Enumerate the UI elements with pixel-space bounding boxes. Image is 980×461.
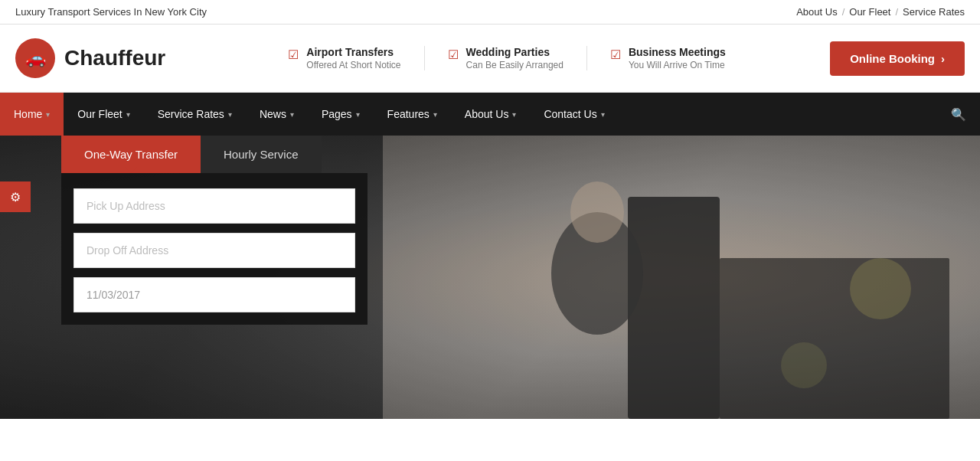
- header-features: ☑ Airport Transfers Offered At Short Not…: [207, 46, 807, 70]
- site-header: 🚗 Chauffeur ☑ Airport Transfers Offered …: [0, 25, 980, 93]
- search-button[interactable]: 🔍: [937, 93, 980, 136]
- feature-sub-3: You Will Arrive On Time: [629, 60, 726, 70]
- feature-title-3: Business Meetings: [629, 46, 726, 58]
- widget-body: [61, 173, 368, 325]
- nav-item-features[interactable]: Features ▾: [374, 93, 451, 136]
- tagline: Luxury Transport Services In New York Ci…: [15, 6, 207, 18]
- chevron-home: ▾: [46, 110, 50, 119]
- booking-widget: One-Way Transfer Hourly Service: [61, 136, 368, 325]
- date-input[interactable]: [74, 277, 355, 312]
- nav-items: Home ▾ Our Fleet ▾ Service Rates ▾ News …: [0, 93, 937, 136]
- dropoff-address-input[interactable]: [74, 233, 355, 268]
- nav-item-rates[interactable]: Service Rates ▾: [144, 93, 246, 136]
- chevron-fleet: ▾: [126, 110, 130, 119]
- chevron-features: ▾: [433, 110, 437, 119]
- nav-item-contact[interactable]: Contact Us ▾: [530, 93, 618, 136]
- nav-item-home[interactable]: Home ▾: [0, 93, 64, 136]
- settings-button[interactable]: ⚙: [0, 181, 31, 212]
- hero-section: ⚙ One-Way Transfer Hourly Service: [0, 136, 980, 419]
- nav-item-pages[interactable]: Pages ▾: [308, 93, 374, 136]
- chevron-rates: ▾: [228, 110, 232, 119]
- tab-hourly[interactable]: Hourly Service: [201, 136, 322, 173]
- widget-tabs: One-Way Transfer Hourly Service: [61, 136, 368, 173]
- top-bar: Luxury Transport Services In New York Ci…: [0, 0, 980, 25]
- feature-business: ☑ Business Meetings You Will Arrive On T…: [587, 46, 749, 70]
- search-icon: 🔍: [951, 107, 966, 122]
- feature-title-2: Wedding Parties: [466, 46, 564, 58]
- logo-text: Chauffeur: [64, 46, 165, 70]
- pickup-address-input[interactable]: [74, 188, 355, 224]
- chevron-news: ▾: [290, 110, 294, 119]
- arrow-icon: ›: [941, 52, 945, 65]
- feature-title-1: Airport Transfers: [306, 46, 400, 58]
- chevron-contact: ▾: [601, 110, 605, 119]
- navbar: Home ▾ Our Fleet ▾ Service Rates ▾ News …: [0, 93, 980, 136]
- chevron-about: ▾: [512, 110, 516, 119]
- tab-one-way[interactable]: One-Way Transfer: [61, 136, 201, 173]
- check-icon-2: ☑: [448, 47, 459, 62]
- feature-airport: ☑ Airport Transfers Offered At Short Not…: [265, 46, 424, 70]
- nav-item-about[interactable]: About Us ▾: [451, 93, 531, 136]
- check-icon-1: ☑: [288, 47, 299, 62]
- top-link-fleet[interactable]: Our Fleet: [849, 6, 890, 18]
- top-link-rates[interactable]: Service Rates: [903, 6, 965, 18]
- nav-item-news[interactable]: News ▾: [246, 93, 308, 136]
- chevron-pages: ▾: [356, 110, 360, 119]
- logo-icon: 🚗: [15, 38, 55, 78]
- feature-sub-2: Can Be Easily Arranged: [466, 60, 564, 70]
- logo-area: 🚗 Chauffeur: [15, 38, 184, 78]
- online-booking-button[interactable]: Online Booking ›: [830, 41, 965, 76]
- top-bar-links: About Us / Our Fleet / Service Rates: [796, 6, 965, 18]
- check-icon-3: ☑: [610, 47, 621, 62]
- top-link-about[interactable]: About Us: [796, 6, 837, 18]
- gear-icon: ⚙: [10, 190, 21, 204]
- nav-item-fleet[interactable]: Our Fleet ▾: [64, 93, 143, 136]
- feature-wedding: ☑ Wedding Parties Can Be Easily Arranged: [425, 46, 587, 70]
- feature-sub-1: Offered At Short Notice: [306, 60, 400, 70]
